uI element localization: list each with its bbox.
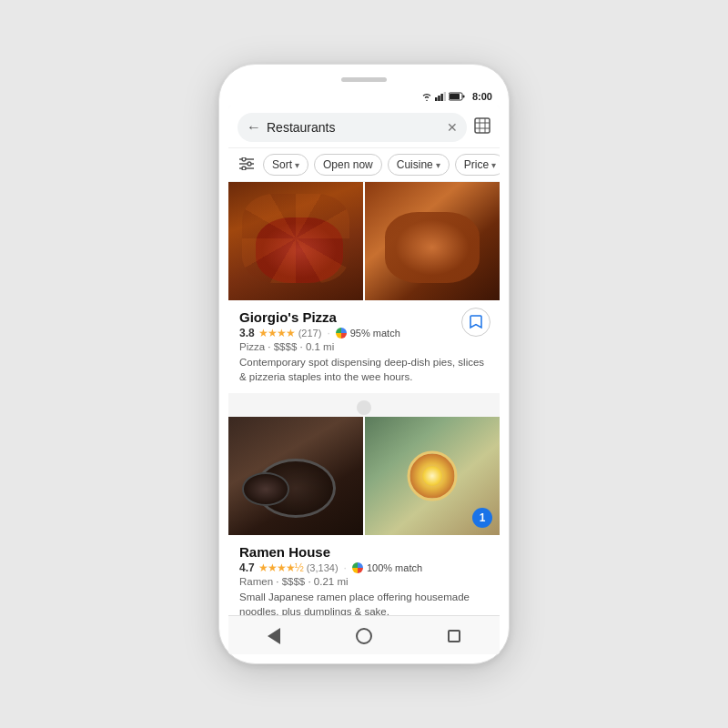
card-giorgios-pizza[interactable]: Giorgio's Pizza 3.8 ★★★★ (217) · 95% mat… bbox=[228, 182, 500, 393]
category: Pizza bbox=[239, 341, 265, 352]
svg-point-13 bbox=[242, 167, 246, 170]
svg-rect-3 bbox=[444, 92, 446, 101]
svg-rect-0 bbox=[435, 97, 438, 101]
nav-home-button[interactable] bbox=[351, 623, 377, 649]
ramen-image-1 bbox=[228, 417, 363, 535]
card-ramen-house[interactable]: 1 Ramen House 4.7 ★★★★½ (3,134) · 100% m… bbox=[228, 417, 500, 615]
svg-point-11 bbox=[248, 162, 251, 166]
price-label: Price bbox=[464, 158, 489, 171]
screen: ← Restaurants ✕ bbox=[228, 106, 500, 654]
filter-row: Sort ▾ Open now Cuisine ▾ Price ▾ bbox=[228, 148, 500, 182]
card-images-pizza bbox=[228, 182, 500, 300]
filter-cuisine[interactable]: Cuisine ▾ bbox=[388, 154, 450, 176]
rating-num: 3.8 bbox=[239, 327, 255, 339]
nav-back-button[interactable] bbox=[261, 623, 287, 649]
price-level: $$$$ bbox=[274, 341, 298, 352]
price-level: $$$$ bbox=[282, 576, 306, 587]
card-info-ramen: Ramen House 4.7 ★★★★½ (3,134) · 100% mat… bbox=[228, 535, 500, 615]
match-badge: 100% match bbox=[367, 562, 422, 573]
svg-point-9 bbox=[242, 157, 246, 161]
card-images-ramen: 1 bbox=[228, 417, 500, 535]
rating-row: 3.8 ★★★★ (217) · 95% match bbox=[239, 327, 489, 339]
phone-speaker bbox=[341, 77, 387, 82]
distance: 0.21 mi bbox=[314, 576, 349, 587]
status-time: 8:00 bbox=[472, 91, 492, 102]
svg-rect-5 bbox=[450, 94, 460, 99]
category: Ramen bbox=[239, 576, 273, 587]
pizza-image-2 bbox=[365, 182, 500, 300]
open-now-label: Open now bbox=[323, 158, 373, 171]
filter-sliders-icon[interactable] bbox=[236, 156, 258, 175]
status-icons bbox=[421, 92, 465, 101]
filter-sort[interactable]: Sort ▾ bbox=[263, 154, 308, 176]
restaurant-name: Giorgio's Pizza bbox=[239, 309, 489, 325]
rating-row: 4.7 ★★★★½ (3,134) · 100% match bbox=[239, 561, 489, 574]
clear-button[interactable]: ✕ bbox=[447, 120, 458, 135]
stars: ★★★★½ bbox=[258, 561, 303, 574]
results-list[interactable]: Giorgio's Pizza 3.8 ★★★★ (217) · 95% mat… bbox=[228, 182, 500, 615]
back-triangle-icon bbox=[268, 628, 280, 644]
pizza-image-1 bbox=[228, 182, 363, 300]
stars: ★★★★ bbox=[258, 327, 295, 339]
wifi-icon bbox=[421, 92, 432, 101]
nav-recent-button[interactable] bbox=[441, 623, 467, 649]
bookmark-button[interactable] bbox=[461, 308, 490, 337]
match-badge: 95% match bbox=[350, 328, 400, 339]
google-match-icon bbox=[352, 562, 363, 573]
svg-rect-7 bbox=[475, 118, 490, 133]
filter-open-now[interactable]: Open now bbox=[314, 154, 382, 176]
google-match-icon bbox=[336, 328, 347, 339]
card-meta: Ramen · $$$$ · 0.21 mi bbox=[239, 576, 489, 587]
card-meta: Pizza · $$$$ · 0.1 mi bbox=[239, 341, 489, 352]
card-desc: Small Japanese ramen place offering hous… bbox=[239, 590, 489, 615]
cuisine-chevron: ▾ bbox=[436, 160, 440, 170]
review-count: (3,134) bbox=[307, 562, 339, 573]
divider-dot bbox=[357, 400, 371, 415]
divider bbox=[228, 399, 500, 417]
search-bar-row: ← Restaurants ✕ bbox=[228, 106, 500, 148]
sort-label: Sort bbox=[272, 158, 292, 171]
distance: 0.1 mi bbox=[306, 341, 334, 352]
restaurant-name: Ramen House bbox=[239, 544, 489, 560]
back-button[interactable]: ← bbox=[247, 119, 261, 136]
map-button[interactable] bbox=[474, 117, 490, 137]
filter-price[interactable]: Price ▾ bbox=[455, 154, 500, 176]
card-info-pizza: Giorgio's Pizza 3.8 ★★★★ (217) · 95% mat… bbox=[228, 300, 500, 393]
signal-icon bbox=[435, 92, 446, 101]
battery-icon bbox=[449, 92, 465, 101]
svg-rect-2 bbox=[440, 94, 443, 101]
price-chevron: ▾ bbox=[491, 160, 496, 170]
recent-square-icon bbox=[448, 630, 460, 642]
cuisine-label: Cuisine bbox=[397, 158, 433, 171]
svg-rect-1 bbox=[438, 96, 440, 101]
nav-bar bbox=[228, 615, 500, 654]
phone-frame: 8:00 ← Restaurants ✕ bbox=[218, 64, 510, 664]
search-text: Restaurants bbox=[267, 120, 441, 135]
card-desc: Contemporary spot dispensing deep-dish p… bbox=[239, 355, 489, 384]
search-bar[interactable]: ← Restaurants ✕ bbox=[238, 113, 467, 142]
review-count: (217) bbox=[298, 328, 322, 339]
rating-num: 4.7 bbox=[239, 561, 255, 574]
home-circle-icon bbox=[356, 628, 372, 644]
svg-rect-6 bbox=[462, 96, 464, 98]
ramen-image-2: 1 bbox=[365, 417, 500, 535]
sort-chevron: ▾ bbox=[295, 160, 299, 170]
status-bar: 8:00 bbox=[228, 91, 500, 106]
